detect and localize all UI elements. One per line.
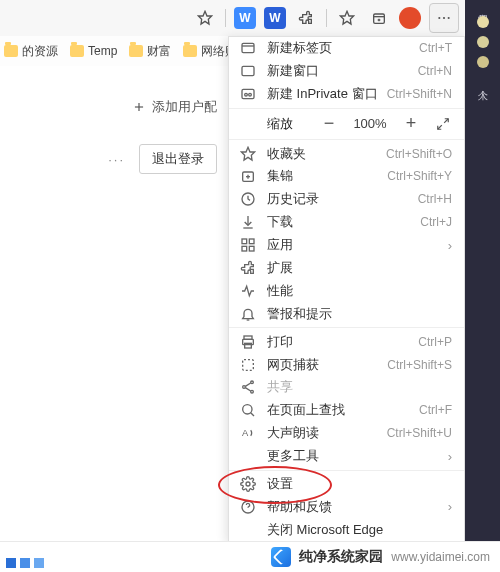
bookmark-folder[interactable]: Temp xyxy=(70,44,117,58)
menu-print[interactable]: 打印 Ctrl+P xyxy=(229,330,464,353)
menu-settings[interactable]: 设置 xyxy=(229,472,464,495)
share-icon xyxy=(239,378,257,396)
svg-point-16 xyxy=(249,94,252,97)
add-profile-label: 添加用户配 xyxy=(152,98,217,116)
menu-share: 共享 xyxy=(229,376,464,399)
collections-icon[interactable] xyxy=(367,6,391,30)
edge-sidebar: 常用 个人 xyxy=(465,0,500,542)
download-icon xyxy=(239,213,257,231)
sidebar-dot-icon[interactable] xyxy=(477,56,489,68)
bookmark-folder[interactable]: 的资源 xyxy=(4,43,58,60)
menu-separator xyxy=(229,327,464,328)
favorite-star-outline-icon[interactable] xyxy=(193,6,217,30)
menu-close-edge[interactable]: 关闭 Microsoft Edge xyxy=(229,518,464,541)
more-options-icon[interactable]: ··· xyxy=(108,152,125,167)
menu-read-aloud[interactable]: A 大声朗读 Ctrl+Shift+U xyxy=(229,422,464,445)
svg-line-40 xyxy=(251,413,254,416)
svg-line-18 xyxy=(438,125,442,129)
new-tab-icon xyxy=(239,39,257,57)
app-menu: 新建标签页 Ctrl+T 新建窗口 Ctrl+N 新建 InPrivate 窗口… xyxy=(228,36,465,542)
puzzle-icon xyxy=(239,259,257,277)
svg-text:A: A xyxy=(242,429,249,439)
svg-marker-19 xyxy=(241,147,254,160)
menu-web-capture[interactable]: 网页捕获 Ctrl+Shift+S xyxy=(229,353,464,376)
browser-toolbar: W W xyxy=(0,0,465,37)
zoom-out-button[interactable]: − xyxy=(318,113,340,135)
inprivate-icon xyxy=(239,85,257,103)
extension-badge-2[interactable]: W xyxy=(264,7,286,29)
menu-new-window[interactable]: 新建窗口 Ctrl+N xyxy=(229,60,464,83)
svg-rect-28 xyxy=(249,247,254,252)
sidebar-label[interactable]: 常用 xyxy=(476,6,490,8)
profile-avatar[interactable] xyxy=(399,7,421,29)
watermark-bar: 纯净系统家园 www.yidaimei.com xyxy=(0,541,500,572)
zoom-label: 缩放 xyxy=(267,115,293,133)
menu-new-inprivate[interactable]: 新建 InPrivate 窗口 Ctrl+Shift+N xyxy=(229,83,464,106)
menu-find[interactable]: 在页面上查找 Ctrl+F xyxy=(229,399,464,422)
search-icon xyxy=(239,401,257,419)
svg-line-38 xyxy=(245,388,250,391)
menu-favorites[interactable]: 收藏夹 Ctrl+Shift+O xyxy=(229,142,464,165)
zoom-value: 100% xyxy=(350,116,390,131)
brand-name: 纯净系统家园 xyxy=(299,548,383,566)
brand-logo-icon xyxy=(271,547,291,567)
read-aloud-icon: A xyxy=(239,424,257,442)
menu-help[interactable]: 帮助和反馈 › xyxy=(229,495,464,518)
svg-marker-1 xyxy=(340,11,353,24)
svg-rect-25 xyxy=(242,239,247,244)
menu-extensions[interactable]: 扩展 xyxy=(229,257,464,280)
svg-point-35 xyxy=(243,386,246,389)
svg-rect-27 xyxy=(242,247,247,252)
menu-downloads[interactable]: 下载 Ctrl+J xyxy=(229,211,464,234)
menu-more-tools[interactable]: 更多工具 › xyxy=(229,445,464,468)
menu-new-tab[interactable]: 新建标签页 Ctrl+T xyxy=(229,37,464,60)
brand-url: www.yidaimei.com xyxy=(391,550,490,564)
chevron-right-icon: › xyxy=(448,449,452,464)
history-icon xyxy=(239,190,257,208)
svg-point-6 xyxy=(438,17,440,19)
gear-icon xyxy=(239,475,257,493)
menu-separator xyxy=(229,139,464,140)
menu-performance[interactable]: 性能 xyxy=(229,280,464,303)
svg-rect-33 xyxy=(243,359,254,370)
menu-zoom: 缩放 − 100% + xyxy=(229,110,464,137)
sidebar-dot-icon[interactable] xyxy=(477,36,489,48)
menu-separator xyxy=(229,470,464,471)
menu-alerts[interactable]: 警报和提示 xyxy=(229,303,464,326)
svg-line-37 xyxy=(245,383,250,386)
svg-point-34 xyxy=(251,381,254,384)
menu-separator xyxy=(229,108,464,109)
svg-point-36 xyxy=(251,391,254,394)
chevron-right-icon: › xyxy=(448,499,452,514)
svg-point-8 xyxy=(448,17,450,19)
taskbar-fragment xyxy=(6,558,44,568)
sidebar-dot-icon[interactable] xyxy=(477,16,489,28)
extensions-icon[interactable] xyxy=(294,6,318,30)
logout-button[interactable]: 退出登录 xyxy=(139,144,217,174)
folder-icon xyxy=(70,45,84,57)
bookmark-folder[interactable]: 财富 xyxy=(129,43,171,60)
svg-line-17 xyxy=(444,119,448,123)
extension-badge-1[interactable]: W xyxy=(234,7,256,29)
pulse-icon xyxy=(239,282,257,300)
app-menu-button[interactable] xyxy=(429,3,459,33)
add-profile-row[interactable]: 添加用户配 xyxy=(0,98,229,116)
sidebar-label[interactable]: 个人 xyxy=(476,82,490,84)
svg-point-39 xyxy=(243,405,252,414)
zoom-in-button[interactable]: + xyxy=(400,113,422,135)
menu-apps[interactable]: 应用 › xyxy=(229,234,464,257)
svg-point-42 xyxy=(246,482,250,486)
favorites-icon[interactable] xyxy=(335,6,359,30)
help-icon xyxy=(239,498,257,516)
svg-marker-0 xyxy=(198,11,211,24)
svg-rect-14 xyxy=(242,90,254,99)
star-icon xyxy=(239,145,257,163)
window-icon xyxy=(239,62,257,80)
capture-icon xyxy=(239,356,257,374)
fullscreen-button[interactable] xyxy=(432,113,454,135)
bell-icon xyxy=(239,305,257,323)
folder-icon xyxy=(4,45,18,57)
menu-history[interactable]: 历史记录 Ctrl+H xyxy=(229,188,464,211)
menu-collections[interactable]: 集锦 Ctrl+Shift+Y xyxy=(229,165,464,188)
blank-icon xyxy=(239,447,257,465)
